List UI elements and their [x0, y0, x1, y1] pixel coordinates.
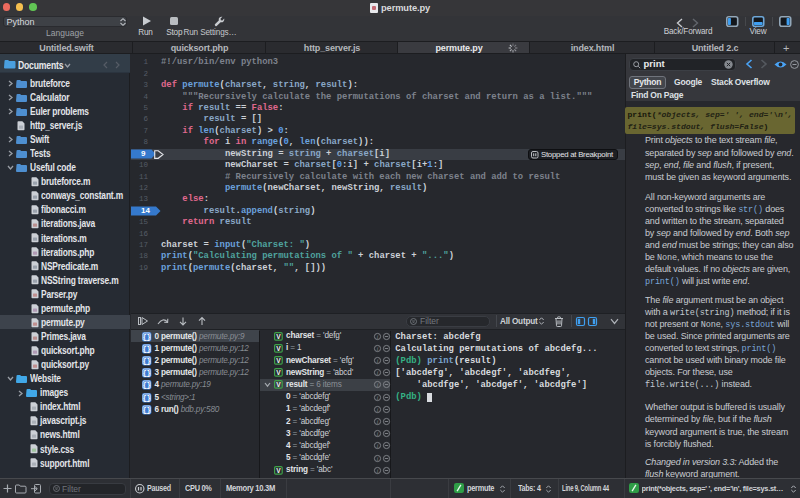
svg-text:i: i — [377, 394, 379, 400]
svg-text:{}: {} — [143, 395, 151, 402]
svg-text:V: V — [276, 357, 281, 364]
svg-text:i: i — [377, 418, 379, 424]
svg-text:{}: {} — [143, 358, 151, 365]
svg-text:{}: {} — [143, 382, 151, 389]
svg-text:i: i — [377, 370, 379, 376]
svg-text:{}: {} — [143, 370, 151, 377]
svg-text:i: i — [377, 345, 379, 351]
svg-text:i: i — [377, 382, 379, 388]
svg-text:i: i — [377, 467, 379, 473]
svg-text:V: V — [276, 332, 281, 339]
svg-text:{}: {} — [143, 346, 151, 353]
svg-text:i: i — [377, 357, 379, 363]
svg-text:V: V — [276, 369, 281, 376]
svg-text:V: V — [276, 345, 281, 352]
svg-text:i: i — [377, 455, 379, 461]
svg-text:i: i — [377, 443, 379, 449]
svg-text:i: i — [377, 406, 379, 412]
svg-text:i: i — [377, 431, 379, 437]
svg-text:V: V — [276, 467, 281, 474]
svg-text:V: V — [276, 381, 281, 388]
svg-text:i: i — [377, 333, 379, 339]
svg-text:{}: {} — [143, 407, 151, 414]
svg-text:{}: {} — [143, 334, 151, 341]
